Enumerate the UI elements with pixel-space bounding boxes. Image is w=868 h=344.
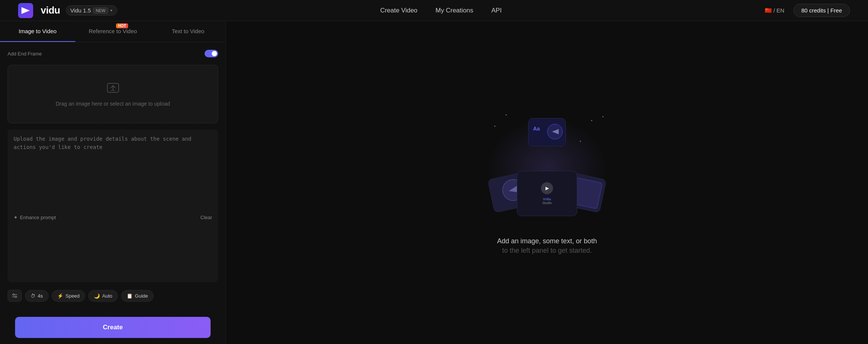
quality-label: Auto: [102, 293, 112, 299]
header-right: 🇨🇳 / EN 80 credits | Free: [765, 4, 850, 17]
enhance-prompt-button[interactable]: ✦ Enhance prompt: [14, 215, 56, 220]
panel-body: Add End Frame Drag an image here or sele…: [0, 42, 226, 311]
svg-point-6: [13, 294, 14, 295]
empty-state-text: Add an image, some text, or both to the …: [497, 236, 597, 255]
particle: [494, 126, 495, 127]
empty-state-line2: to the left panel to get started.: [497, 247, 597, 255]
particle: [602, 116, 604, 117]
prompt-footer: ✦ Enhance prompt Clear: [14, 215, 212, 220]
controls-row: ⏱ 4s ⚡ Speed 🌙 Auto 📋 Guide: [8, 288, 218, 303]
nav-create-video[interactable]: Create Video: [380, 7, 417, 14]
panel-footer: Create: [0, 311, 226, 344]
duration-label: 4s: [38, 293, 43, 299]
speed-button[interactable]: ⚡ Speed: [52, 290, 86, 302]
lang-code: EN: [776, 7, 784, 14]
logo-wordmark: vidu: [41, 5, 60, 16]
add-end-frame-label: Add End Frame: [8, 51, 42, 57]
flag-icon: 🇨🇳: [765, 7, 772, 14]
guide-label: Guide: [135, 293, 148, 299]
enhance-icon: ✦: [14, 215, 18, 220]
duration-button[interactable]: ⏱ 4s: [25, 290, 49, 302]
new-badge: NEW: [93, 8, 108, 14]
vidu-label: Vidu: [543, 197, 551, 201]
guide-button[interactable]: 📋 Guide: [121, 290, 154, 302]
duration-icon: ⏱: [31, 293, 35, 299]
nav-api[interactable]: API: [491, 7, 501, 14]
upload-icon: [105, 80, 121, 95]
header-left: vidu Vidu 1.5 NEW ▾: [18, 3, 117, 18]
main-nav: Create Video My Creations API: [380, 7, 501, 14]
prompt-area: ✦ Enhance prompt Clear: [8, 129, 218, 282]
clear-button[interactable]: Clear: [200, 215, 212, 220]
right-panel: Aa Vidu Studio: [226, 21, 868, 344]
add-end-frame-toggle[interactable]: [205, 50, 218, 57]
studio-label: Studio: [542, 201, 552, 205]
film-card-main: ▶ Vidu Studio: [517, 171, 577, 216]
logo-icon: [18, 3, 33, 18]
empty-state-line1: Add an image, some text, or both: [497, 236, 597, 247]
particle: [506, 114, 507, 115]
lang-separator: /: [773, 7, 775, 14]
end-frame-row: Add End Frame: [8, 50, 218, 57]
tab-text-to-video[interactable]: Text to Video: [150, 21, 226, 42]
version-selector[interactable]: Vidu 1.5 NEW ▾: [66, 5, 117, 15]
svg-point-7: [15, 296, 17, 298]
credits-button[interactable]: 80 credits | Free: [793, 4, 850, 17]
settings-icon-button[interactable]: [8, 290, 22, 302]
speed-label: Speed: [66, 293, 80, 299]
prompt-input[interactable]: [14, 135, 212, 210]
hot-badge: HOT: [116, 23, 128, 28]
svg-text:Aa: Aa: [533, 126, 540, 132]
quality-button[interactable]: 🌙 Auto: [88, 290, 118, 302]
film-card-top: Aa: [528, 118, 566, 146]
play-icon: ▶: [541, 182, 553, 194]
tab-bar: Image to Video Reference to Video HOT Te…: [0, 21, 226, 42]
speed-icon: ⚡: [57, 293, 63, 299]
guide-icon: 📋: [127, 293, 133, 299]
version-label: Vidu 1.5: [70, 7, 91, 14]
create-button[interactable]: Create: [15, 317, 211, 338]
upload-dropzone[interactable]: Drag an image here or select an image to…: [8, 65, 218, 123]
svg-marker-0: [21, 7, 30, 14]
upload-text: Drag an image here or select an image to…: [56, 100, 170, 108]
language-selector[interactable]: 🇨🇳 / EN: [765, 7, 784, 14]
particle: [591, 120, 592, 121]
main-layout: Image to Video Reference to Video HOT Te…: [0, 21, 868, 344]
nav-my-creations[interactable]: My Creations: [436, 7, 473, 14]
empty-state-illustration: Aa Vidu Studio: [483, 111, 611, 224]
tab-image-to-video[interactable]: Image to Video: [0, 21, 75, 42]
tab-reference-to-video[interactable]: Reference to Video HOT: [75, 21, 151, 42]
app-header: vidu Vidu 1.5 NEW ▾ Create Video My Crea…: [0, 0, 868, 21]
chevron-down-icon: ▾: [110, 8, 112, 12]
left-panel: Image to Video Reference to Video HOT Te…: [0, 21, 226, 344]
enhance-label: Enhance prompt: [20, 215, 56, 220]
quality-icon: 🌙: [94, 293, 100, 299]
